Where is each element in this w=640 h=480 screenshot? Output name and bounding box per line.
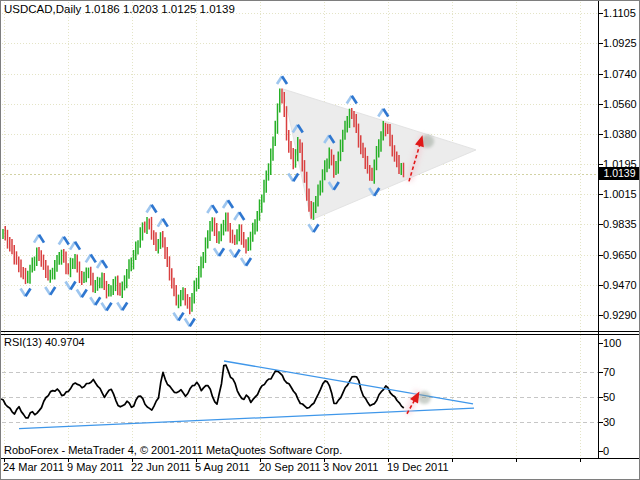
fractal-down-icon bbox=[21, 289, 31, 297]
date-axis-label: 22 Jun 2011 bbox=[131, 461, 191, 473]
date-axis-label: 3 Nov 2011 bbox=[323, 461, 378, 473]
date-axis-label: 19 Dec 2011 bbox=[387, 461, 449, 473]
fractal-down-icon bbox=[77, 289, 87, 297]
fractal-up-icon bbox=[223, 200, 233, 208]
price-axis-label: 0.9290 bbox=[603, 309, 637, 321]
fractal-up-icon bbox=[207, 205, 217, 213]
chart-title-ohlc: USDCAD,Daily 1.0186 1.0203 1.0125 1.0139 bbox=[4, 3, 235, 15]
fractal-down-icon bbox=[241, 258, 251, 266]
fractal-up-icon bbox=[86, 255, 96, 263]
price-axis-label: 0.9835 bbox=[603, 218, 637, 230]
fractal-down-icon bbox=[45, 287, 55, 295]
date-axis-label: 5 Aug 2011 bbox=[195, 461, 250, 473]
fractal-up-icon bbox=[147, 205, 157, 213]
fractal-up-icon bbox=[59, 237, 69, 245]
chart-canvas[interactable] bbox=[1, 1, 640, 480]
price-axis-label: 1.0015 bbox=[603, 188, 637, 200]
fractal-down-icon bbox=[102, 303, 112, 311]
price-axis-label: 1.0925 bbox=[603, 37, 637, 49]
rsi-axis-label: 0 bbox=[603, 445, 609, 457]
fractal-down-icon bbox=[174, 313, 184, 321]
date-axis-label: 9 May 2011 bbox=[67, 461, 124, 473]
fractal-up-icon bbox=[277, 76, 287, 84]
fractal-down-icon bbox=[66, 282, 76, 290]
price-axis-label: 0.9470 bbox=[603, 279, 637, 291]
fractal-down-icon bbox=[309, 224, 319, 232]
fractal-down-icon bbox=[185, 319, 195, 327]
rsi-axis-label: 100 bbox=[603, 337, 621, 349]
price-axis-label: 1.0740 bbox=[603, 68, 637, 80]
rsi-level-lines bbox=[2, 373, 598, 423]
price-axis-label: 1.0195 bbox=[603, 158, 637, 170]
fractal-up-icon bbox=[34, 235, 44, 243]
mt4-chart-window: USDCAD,Daily 1.0186 1.0203 1.0125 1.0139… bbox=[0, 0, 640, 480]
rsi-axis-label: 30 bbox=[603, 416, 615, 428]
rsi-axis-label: 50 bbox=[603, 391, 615, 403]
rsi-indicator-label: RSI(13) 40.9704 bbox=[4, 336, 85, 348]
rsi-line bbox=[1, 365, 404, 418]
fractal-down-icon bbox=[230, 250, 240, 258]
fractal-up-icon bbox=[70, 242, 80, 250]
fractal-down-icon bbox=[90, 297, 100, 305]
fractal-up-icon bbox=[347, 96, 357, 104]
fractal-up-icon bbox=[378, 109, 388, 117]
price-axis-label: 0.9650 bbox=[603, 249, 637, 261]
fractal-up-icon bbox=[97, 260, 107, 268]
price-axis-label: 1.0380 bbox=[603, 128, 637, 140]
price-axis-label: 1.1105 bbox=[603, 7, 636, 19]
date-axis-label: 24 Mar 2011 bbox=[3, 461, 64, 473]
fractal-down-icon bbox=[214, 248, 224, 256]
fractal-up-icon bbox=[158, 219, 168, 227]
price-axis-label: 1.0560 bbox=[603, 98, 637, 110]
fractal-down-icon bbox=[117, 303, 127, 311]
fractal-up-icon bbox=[234, 212, 244, 220]
fractal-down-icon bbox=[288, 174, 298, 182]
axis-frame bbox=[1, 1, 640, 462]
copyright-text: RoboForex - MetaTrader 4, © 2001-2011 Me… bbox=[4, 444, 342, 456]
date-axis-label: 20 Sep 2011 bbox=[259, 461, 321, 473]
rsi-axis-label: 70 bbox=[603, 366, 615, 378]
